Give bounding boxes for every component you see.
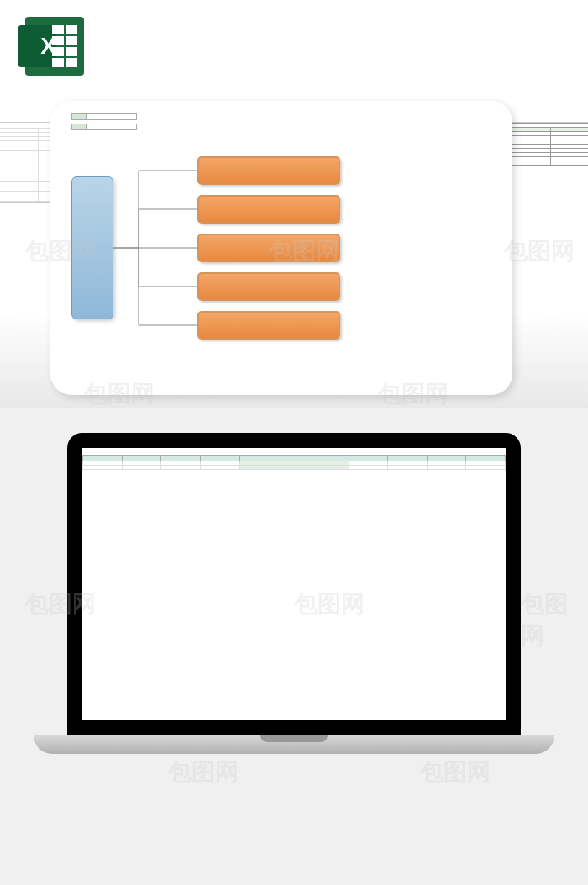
main-diagram-card	[50, 101, 512, 395]
laptop-base	[34, 735, 554, 754]
table-row	[83, 466, 506, 470]
template-preview	[0, 88, 588, 408]
excel-icon: X	[25, 17, 84, 76]
nav-button-material-detail[interactable]	[197, 234, 340, 262]
inbound-table[interactable]	[82, 455, 506, 470]
laptop-mockup	[0, 408, 588, 853]
nav-button-outbound[interactable]	[197, 195, 340, 224]
nav-button-dispatch-detail[interactable]	[197, 311, 340, 340]
diagram-connectors	[113, 147, 197, 349]
nav-button-inbound[interactable]	[197, 156, 340, 185]
maker-value[interactable]	[87, 124, 137, 130]
maker-label	[71, 124, 87, 130]
unit-name-label	[71, 113, 87, 120]
spreadsheet-view	[82, 448, 506, 470]
table-header-row	[83, 456, 506, 461]
unit-name-value[interactable]	[87, 113, 137, 120]
diagram-root-node	[71, 176, 113, 319]
page-header: X	[0, 0, 588, 88]
nav-button-income-detail[interactable]	[197, 272, 340, 301]
